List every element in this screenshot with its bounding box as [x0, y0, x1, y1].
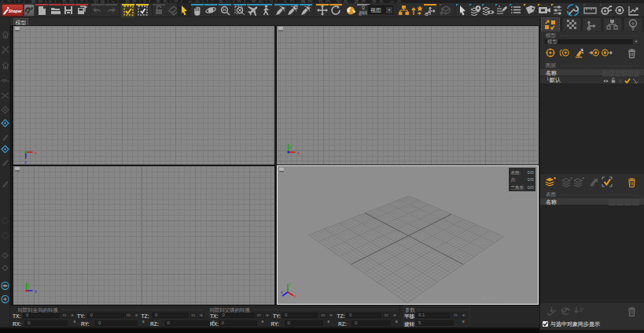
svg-text:x: x: [297, 150, 300, 155]
svg-text:y: y: [289, 282, 291, 286]
svg-text:Shaper: Shaper: [9, 9, 23, 13]
svg-text:x: x: [293, 294, 296, 298]
svg-text:y: y: [289, 144, 292, 149]
svg-text:x: x: [35, 150, 37, 155]
svg-text:z: z: [35, 289, 37, 294]
svg-text:y: y: [28, 283, 30, 287]
svg-text:z: z: [24, 160, 27, 165]
svg-text:z: z: [281, 290, 283, 294]
